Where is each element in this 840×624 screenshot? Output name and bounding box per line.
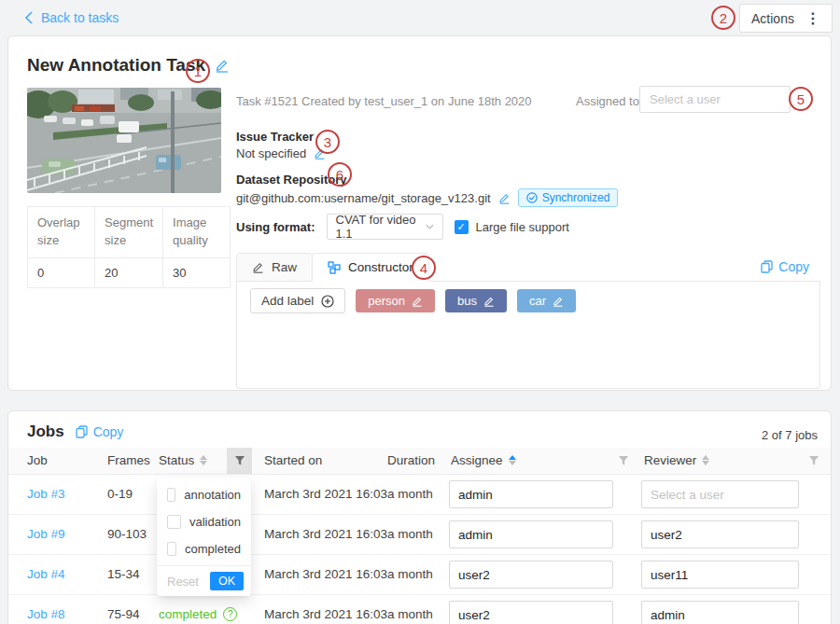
duration-cell: a month: [387, 487, 433, 501]
checkbox-empty-icon: [167, 515, 181, 529]
copy-icon: [76, 425, 88, 438]
started-cell: March 3rd 2021 16:03: [264, 567, 387, 581]
export-format-row: Using format: CVAT for video 1.1 ✓ Large…: [236, 214, 569, 240]
filter-option-label: annotation: [184, 488, 241, 502]
tab-raw[interactable]: Raw: [236, 253, 313, 282]
road-scene-illustration: [27, 88, 221, 193]
assignee-input[interactable]: [449, 601, 613, 624]
filter-funnel-icon: [234, 455, 245, 466]
edit-label-icon: [412, 296, 423, 307]
frames-cell: 0-19: [107, 487, 133, 501]
filter-reset-button[interactable]: Reset: [167, 575, 199, 589]
assignee-input[interactable]: [449, 480, 613, 508]
annotation-circle-3: 3: [315, 130, 340, 154]
frames-cell: 90-103: [107, 527, 147, 541]
assigned-to-label: Assigned to: [576, 94, 639, 108]
duration-cell: a month: [387, 527, 433, 541]
filter-option-completed[interactable]: completed: [157, 535, 251, 562]
tab-raw-label: Raw: [272, 260, 297, 274]
build-icon: [328, 261, 341, 274]
col-status[interactable]: Status: [159, 453, 207, 467]
col-reviewer[interactable]: Reviewer: [644, 453, 709, 467]
col-job[interactable]: Job: [27, 453, 48, 467]
job-link[interactable]: Job #9: [27, 527, 65, 541]
edit-label-icon: [553, 296, 564, 307]
labels-copy-button[interactable]: Copy: [761, 259, 809, 274]
started-cell: March 3rd 2021 16:03: [264, 527, 387, 541]
status-filter-button[interactable]: [227, 448, 252, 474]
reviewer-input[interactable]: [641, 480, 799, 508]
jobs-title: Jobs: [27, 423, 64, 441]
question-circle-icon[interactable]: ?: [223, 607, 237, 621]
assigned-to-input[interactable]: [639, 86, 791, 113]
param-header-segment: Segment size: [95, 207, 163, 258]
task-title-text: New Annotation Task: [27, 55, 205, 76]
add-label-button[interactable]: Add label: [250, 288, 345, 313]
job-row: Job #8 75-94 completed ? March 3rd 2021 …: [8, 595, 831, 624]
sync-badge-label: Synchronized: [542, 191, 610, 204]
dataset-repository-url: git@github.com:username/git_storage_v123…: [236, 191, 491, 205]
reviewer-sorter[interactable]: [702, 455, 709, 465]
frames-cell: 15-34: [107, 567, 140, 581]
assignee-input[interactable]: [449, 520, 613, 548]
col-duration[interactable]: Duration: [387, 453, 435, 467]
reviewer-input[interactable]: [641, 601, 799, 624]
annotation-circle-1: 1: [186, 59, 210, 83]
job-link[interactable]: Job #3: [27, 487, 65, 501]
issue-tracker-value-row: Not specified: [236, 146, 326, 160]
filter-ok-button[interactable]: OK: [210, 572, 244, 590]
job-link[interactable]: Job #8: [27, 607, 65, 621]
back-to-tasks-link[interactable]: Back to tasks: [24, 10, 119, 25]
job-link[interactable]: Job #4: [27, 567, 65, 581]
chevron-left-icon: [24, 11, 33, 24]
filter-option-label: validation: [189, 515, 241, 529]
reviewer-input[interactable]: [641, 520, 799, 548]
filter-option-annotation[interactable]: annotation: [157, 481, 251, 508]
annotation-circle-5: 5: [789, 87, 813, 111]
col-frames[interactable]: Frames: [107, 453, 150, 467]
param-value-quality: 30: [163, 257, 231, 287]
jobs-count: 2 of 7 jobs: [762, 428, 818, 442]
task-meta: Task #1521 Created by test_user_1 on Jun…: [236, 94, 532, 108]
status-sorter[interactable]: [200, 455, 207, 465]
assignee-sorter[interactable]: [509, 455, 516, 465]
tab-constructor-label: Constructor: [348, 260, 413, 274]
job-row: Job #3 0-19 March 3rd 2021 16:03 a month: [8, 475, 831, 515]
param-value-segment: 20: [95, 257, 163, 287]
jobs-table-header: Job Frames Status Started on Duration As…: [8, 448, 831, 475]
large-file-support-label: Large file support: [476, 220, 569, 234]
label-chip-bus[interactable]: bus: [445, 289, 507, 312]
back-to-tasks-label: Back to tasks: [41, 10, 119, 25]
actions-label: Actions: [751, 11, 794, 26]
add-label-text: Add label: [261, 294, 314, 308]
label-chip-person[interactable]: person: [356, 289, 435, 312]
labels-copy-label: Copy: [778, 259, 809, 274]
copy-icon: [761, 260, 773, 273]
jobs-copy-label: Copy: [93, 424, 124, 439]
param-header-quality: Image quality: [163, 207, 231, 258]
label-chip-person-text: person: [368, 294, 405, 308]
status-completed-text: completed: [159, 607, 217, 621]
edit-repository-icon[interactable]: [498, 192, 511, 204]
duration-cell: a month: [387, 567, 433, 581]
edit-task-name-icon[interactable]: [215, 58, 230, 73]
jobs-copy-button[interactable]: Copy: [76, 424, 124, 439]
col-assignee[interactable]: Assignee: [451, 453, 516, 467]
actions-button[interactable]: Actions ⋮: [739, 4, 833, 33]
kebab-menu-icon: ⋮: [805, 11, 820, 26]
plus-circle-icon: [321, 295, 334, 308]
assignee-filter-button[interactable]: [610, 448, 636, 474]
sync-status-badge: Synchronized: [518, 188, 619, 207]
large-file-support-checkbox[interactable]: ✓ Large file support: [455, 220, 569, 234]
duration-cell: a month: [387, 607, 433, 621]
param-header-overlap: Overlap size: [28, 207, 95, 258]
format-select[interactable]: CVAT for video 1.1: [327, 214, 443, 240]
reviewer-filter-button[interactable]: [801, 448, 826, 474]
filter-option-validation[interactable]: validation: [157, 508, 251, 535]
col-started[interactable]: Started on: [264, 453, 322, 467]
annotation-circle-2: 2: [711, 6, 735, 30]
reviewer-input[interactable]: [641, 561, 799, 589]
assignee-input[interactable]: [449, 561, 613, 589]
chevron-down-icon: [426, 224, 434, 229]
label-chip-car[interactable]: car: [517, 289, 576, 312]
